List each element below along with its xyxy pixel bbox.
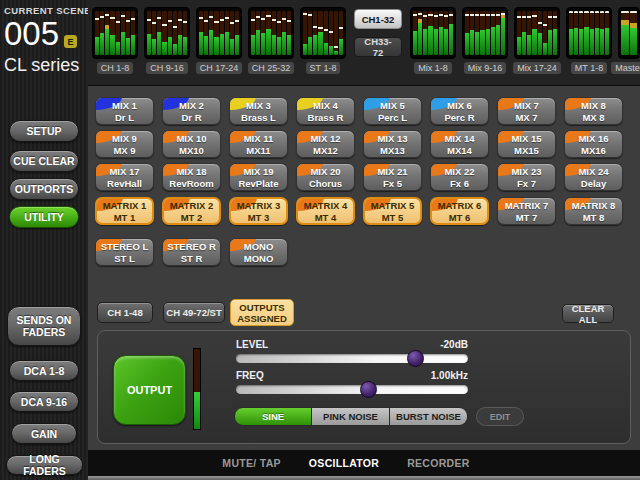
channel-button-matrix-5[interactable]: MATRIX 5MT 5 bbox=[363, 197, 422, 225]
meter-peak-hold bbox=[480, 14, 484, 16]
meter-bar bbox=[428, 11, 432, 55]
bottom-tab-recorder[interactable]: RECORDER bbox=[407, 457, 470, 469]
meter-bar-fill bbox=[590, 29, 594, 55]
tab-ch-1-48[interactable]: CH 1-48 bbox=[97, 302, 153, 323]
meter-peak-hold bbox=[475, 14, 479, 16]
sidebar-button-gain[interactable]: GAIN bbox=[11, 423, 77, 444]
meter-bar-fill bbox=[230, 39, 234, 55]
channel-button-mono[interactable]: MONOMONO bbox=[229, 238, 288, 266]
channel-button-stereo-l[interactable]: STEREO LST L bbox=[95, 238, 154, 266]
channel-button-mix-11[interactable]: MIX 11MX11 bbox=[229, 130, 288, 158]
channel-button-mix-24[interactable]: MIX 24Delay bbox=[564, 163, 623, 191]
sidebar-button-dca-1-8[interactable]: DCA 1-8 bbox=[9, 360, 79, 381]
channel-button-mix-5[interactable]: MIX 5Perc L bbox=[363, 97, 422, 125]
oscillator-output-button[interactable]: OUTPUT bbox=[113, 355, 186, 425]
sidebar-button-outports[interactable]: OUTPORTS bbox=[9, 178, 79, 200]
channel-button-mix-18[interactable]: MIX 18RevRoom bbox=[162, 163, 221, 191]
freq-slider[interactable] bbox=[236, 385, 468, 394]
meter-bar bbox=[131, 11, 135, 55]
meter-bar bbox=[423, 11, 427, 55]
meter-label: Mix 9-16 bbox=[464, 62, 507, 74]
clear-all-button[interactable]: CLEAR ALL bbox=[562, 304, 614, 323]
channel-name-label: MT 7 bbox=[498, 212, 555, 224]
waveform-button-sine[interactable]: SINE bbox=[234, 407, 312, 426]
meter-display bbox=[514, 7, 560, 59]
meter-peak-hold bbox=[444, 15, 448, 17]
channel-button-matrix-2[interactable]: MATRIX 2MT 2 bbox=[162, 197, 221, 225]
channel-button-matrix-4[interactable]: MATRIX 4MT 4 bbox=[296, 197, 355, 225]
channel-button-mix-22[interactable]: MIX 22Fx 6 bbox=[430, 163, 489, 191]
bottom-tab-oscillator[interactable]: OSCILLATOR bbox=[309, 457, 379, 469]
channel-button-mix-14[interactable]: MIX 14MX14 bbox=[430, 130, 489, 158]
channel-button-mix-1[interactable]: MIX 1Dr L bbox=[95, 97, 154, 125]
channel-id-label: MATRIX 7 bbox=[498, 200, 555, 212]
meter-row: CH 1-8CH 9-16CH 17-24CH 25-32ST 1-8 CH1-… bbox=[92, 7, 640, 74]
channel-button-matrix-6[interactable]: MATRIX 6MT 6 bbox=[430, 197, 489, 225]
oscillator-output-meter bbox=[193, 348, 201, 430]
tab-outputs-assigned[interactable]: OUTPUTS ASSIGNED bbox=[230, 299, 294, 326]
meter-bar-fill bbox=[600, 29, 604, 55]
meter-peak-hold bbox=[100, 16, 104, 18]
waveform-button-pink-noise[interactable]: PINK NOISE bbox=[312, 407, 390, 426]
channel-name-label: RevPlate bbox=[230, 178, 287, 190]
main-panel: MIX 1Dr LMIX 2Dr RMIX 3Brass LMIX 4Brass… bbox=[88, 86, 640, 450]
meter-bank-ch33-72-button[interactable]: CH33-72 bbox=[354, 37, 402, 57]
sidebar-button-sends-on-faders[interactable]: SENDS ON FADERS bbox=[7, 306, 81, 346]
channel-name-label: Fx 5 bbox=[364, 178, 421, 190]
meter-label: CH 17-24 bbox=[196, 62, 243, 74]
waveform-button-burst-noise[interactable]: BURST NOISE bbox=[390, 407, 468, 426]
sidebar-button-long-faders[interactable]: LONG FADERS bbox=[6, 455, 83, 475]
channel-button-mix-3[interactable]: MIX 3Brass L bbox=[229, 97, 288, 125]
channel-button-matrix-1[interactable]: MATRIX 1MT 1 bbox=[95, 197, 154, 225]
freq-slider-knob[interactable] bbox=[360, 381, 377, 398]
meter-bank-ch1-32-button[interactable]: CH1-32 bbox=[354, 9, 402, 29]
channel-button-stereo-r[interactable]: STEREO RST R bbox=[162, 238, 221, 266]
channel-button-mix-4[interactable]: MIX 4Brass R bbox=[296, 97, 355, 125]
channel-button-mix-8[interactable]: MIX 8MX 8 bbox=[564, 97, 623, 125]
channel-button-mix-15[interactable]: MIX 15MX15 bbox=[497, 130, 556, 158]
bottom-tab-mute-tap[interactable]: MUTE/ TAP bbox=[222, 457, 281, 469]
channel-button-mix-19[interactable]: MIX 19RevPlate bbox=[229, 163, 288, 191]
meter-bar-fill bbox=[605, 28, 609, 55]
channel-button-mix-20[interactable]: MIX 20Chorus bbox=[296, 163, 355, 191]
current-scene-display[interactable]: CURRENT SCENE 005 E CL series bbox=[4, 5, 86, 76]
meter-mix-17-24: Mix 17-24 bbox=[514, 7, 560, 74]
meter-bar-fill bbox=[480, 30, 484, 55]
channel-name-label: RevHall bbox=[96, 178, 153, 190]
channel-button-matrix-7[interactable]: MATRIX 7MT 7 bbox=[497, 197, 556, 225]
tab-ch-49-72-st[interactable]: CH 49-72/ST bbox=[163, 302, 225, 323]
channel-button-matrix-3[interactable]: MATRIX 3MT 3 bbox=[229, 197, 288, 225]
console-model-label: CL series bbox=[4, 55, 86, 76]
channel-button-mix-10[interactable]: MIX 10MX10 bbox=[162, 130, 221, 158]
channel-button-mix-7[interactable]: MIX 7MX 7 bbox=[497, 97, 556, 125]
channel-button-mix-13[interactable]: MIX 13MX13 bbox=[363, 130, 422, 158]
channel-id-label: MIX 3 bbox=[230, 100, 287, 112]
channel-button-mix-2[interactable]: MIX 2Dr R bbox=[162, 97, 221, 125]
sidebar-button-dca-9-16[interactable]: DCA 9-16 bbox=[9, 391, 79, 412]
channel-button-mix-16[interactable]: MIX 16MX16 bbox=[564, 130, 623, 158]
channel-button-mix-6[interactable]: MIX 6Perc R bbox=[430, 97, 489, 125]
channel-button-mix-12[interactable]: MIX 12MX12 bbox=[296, 130, 355, 158]
sidebar-button-setup[interactable]: SETUP bbox=[9, 120, 79, 142]
meter-bar bbox=[235, 11, 239, 55]
channel-name-label: MT 2 bbox=[164, 212, 219, 224]
meter-bar bbox=[199, 11, 203, 55]
channel-button-mix-9[interactable]: MIX 9MX 9 bbox=[95, 130, 154, 158]
channel-name-label: MX15 bbox=[498, 145, 555, 157]
meter-bar-fill bbox=[126, 38, 130, 55]
channel-button-mix-21[interactable]: MIX 21Fx 5 bbox=[363, 163, 422, 191]
meter-peak-hold bbox=[605, 11, 609, 13]
sidebar-button-cue-clear[interactable]: CUE CLEAR bbox=[9, 150, 79, 172]
sidebar-button-utility[interactable]: UTILITY bbox=[9, 206, 79, 228]
level-slider[interactable] bbox=[236, 354, 468, 363]
meter-bar bbox=[605, 11, 609, 55]
meter-bar bbox=[162, 11, 166, 55]
meter-peak-hold bbox=[162, 24, 166, 26]
channel-id-label: STEREO R bbox=[163, 241, 220, 253]
channel-button-mix-23[interactable]: MIX 23Fx 7 bbox=[497, 163, 556, 191]
channel-button-matrix-8[interactable]: MATRIX 8MT 8 bbox=[564, 197, 623, 225]
meter-bar bbox=[334, 11, 338, 55]
level-slider-knob[interactable] bbox=[407, 350, 424, 367]
edit-button[interactable]: EDIT bbox=[476, 407, 524, 426]
channel-button-mix-17[interactable]: MIX 17RevHall bbox=[95, 163, 154, 191]
